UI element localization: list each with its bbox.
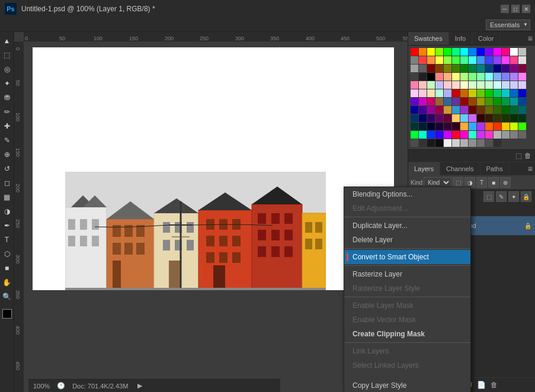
swatch-color[interactable] bbox=[460, 114, 468, 122]
swatch-color[interactable] bbox=[427, 89, 435, 97]
swatch-color[interactable] bbox=[510, 73, 518, 81]
swatch-color[interactable] bbox=[477, 89, 485, 97]
swatch-color[interactable] bbox=[452, 131, 460, 139]
swatch-color[interactable] bbox=[435, 48, 443, 56]
swatch-color[interactable] bbox=[452, 48, 460, 56]
swatch-color[interactable] bbox=[411, 89, 418, 97]
swatch-color[interactable] bbox=[494, 65, 501, 72]
swatch-color[interactable] bbox=[419, 65, 427, 72]
swatch-color[interactable] bbox=[469, 48, 476, 56]
context-menu-item[interactable]: Blending Options... bbox=[344, 187, 470, 201]
swatch-color[interactable] bbox=[419, 114, 427, 122]
swatch-color[interactable] bbox=[435, 106, 443, 114]
swatch-color[interactable] bbox=[419, 56, 427, 64]
swatch-color[interactable] bbox=[452, 123, 460, 130]
workspace-selector[interactable]: Essentials ▼ bbox=[486, 20, 530, 30]
swatch-color[interactable] bbox=[419, 123, 427, 130]
swatch-color[interactable] bbox=[477, 139, 485, 147]
swatch-color[interactable] bbox=[427, 123, 435, 130]
tab-swatches[interactable]: Swatches bbox=[408, 32, 449, 45]
swatch-color[interactable] bbox=[469, 123, 476, 130]
marquee-tool[interactable]: ⬚ bbox=[1, 49, 14, 62]
swatch-color[interactable] bbox=[510, 65, 518, 72]
swatch-color[interactable] bbox=[485, 123, 493, 130]
swatch-color[interactable] bbox=[435, 131, 443, 139]
swatch-color[interactable] bbox=[477, 131, 485, 139]
swatch-color[interactable] bbox=[485, 106, 493, 114]
path-tool[interactable]: ⬡ bbox=[1, 248, 14, 261]
swatch-color[interactable] bbox=[469, 73, 476, 81]
lock-position-btn[interactable]: ✦ bbox=[508, 191, 519, 202]
swatch-color[interactable] bbox=[444, 98, 451, 105]
swatch-color[interactable] bbox=[444, 81, 451, 89]
context-menu-item[interactable]: Delete Layer bbox=[344, 233, 470, 247]
swatch-color[interactable] bbox=[411, 65, 418, 72]
swatch-color[interactable] bbox=[510, 89, 518, 97]
swatch-color[interactable] bbox=[427, 131, 435, 139]
swatch-color[interactable] bbox=[419, 139, 427, 147]
swatch-color[interactable] bbox=[411, 73, 418, 81]
swatch-color[interactable] bbox=[411, 123, 418, 130]
context-menu-item[interactable]: Rasterize Layer bbox=[344, 267, 470, 281]
swatch-color[interactable] bbox=[510, 106, 518, 114]
swatch-color[interactable] bbox=[502, 98, 510, 105]
swatch-color[interactable] bbox=[460, 89, 468, 97]
swatch-color[interactable] bbox=[518, 73, 526, 81]
context-menu-item[interactable]: Convert to Smart Object bbox=[344, 250, 470, 264]
swatch-color[interactable] bbox=[518, 114, 526, 122]
swatch-color[interactable] bbox=[427, 114, 435, 122]
swatch-color[interactable] bbox=[452, 65, 460, 72]
swatch-color[interactable] bbox=[411, 139, 418, 147]
swatch-color[interactable] bbox=[477, 81, 485, 89]
minimize-button[interactable]: ─ bbox=[501, 5, 509, 13]
swatch-color[interactable] bbox=[460, 48, 468, 56]
swatch-color[interactable] bbox=[444, 89, 451, 97]
swatch-color[interactable] bbox=[427, 106, 435, 114]
brush-tool[interactable]: ✎ bbox=[1, 134, 14, 147]
swatch-color[interactable] bbox=[477, 65, 485, 72]
swatch-color[interactable] bbox=[502, 48, 510, 56]
swatch-color[interactable] bbox=[510, 98, 518, 105]
swatch-color[interactable] bbox=[469, 131, 476, 139]
swatch-color[interactable] bbox=[435, 65, 443, 72]
swatch-color[interactable] bbox=[444, 106, 451, 114]
swatch-color[interactable] bbox=[518, 123, 526, 130]
swatch-color[interactable] bbox=[452, 81, 460, 89]
swatch-color[interactable] bbox=[419, 98, 427, 105]
swatch-color[interactable] bbox=[427, 56, 435, 64]
swatch-color[interactable] bbox=[427, 48, 435, 56]
swatch-color[interactable] bbox=[411, 48, 418, 56]
swatch-color[interactable] bbox=[435, 114, 443, 122]
shape-tool[interactable]: ■ bbox=[1, 262, 14, 275]
swatch-color[interactable] bbox=[435, 81, 443, 89]
context-menu-item[interactable] bbox=[344, 372, 470, 378]
clone-tool[interactable]: ⊕ bbox=[1, 148, 14, 161]
swatch-color[interactable] bbox=[452, 98, 460, 105]
swatch-color[interactable] bbox=[444, 123, 451, 130]
swatch-color[interactable] bbox=[452, 73, 460, 81]
swatch-color[interactable] bbox=[477, 56, 485, 64]
swatch-color[interactable] bbox=[411, 81, 418, 89]
swatch-color[interactable] bbox=[469, 98, 476, 105]
swatch-color[interactable] bbox=[444, 65, 451, 72]
swatch-color[interactable] bbox=[460, 81, 468, 89]
swatch-color[interactable] bbox=[469, 106, 476, 114]
new-layer-btn[interactable]: 📄 bbox=[476, 380, 486, 390]
swatch-color[interactable] bbox=[510, 131, 518, 139]
swatch-color[interactable] bbox=[452, 89, 460, 97]
dodge-tool[interactable]: ◑ bbox=[1, 205, 14, 218]
swatch-color[interactable] bbox=[419, 48, 427, 56]
swatch-color[interactable] bbox=[494, 123, 501, 130]
swatch-color[interactable] bbox=[460, 65, 468, 72]
swatch-color[interactable] bbox=[460, 106, 468, 114]
delete-layer-btn[interactable]: 🗑 bbox=[489, 380, 499, 390]
foreground-color[interactable] bbox=[2, 309, 12, 319]
swatch-color[interactable] bbox=[485, 139, 493, 147]
tab-paths[interactable]: Paths bbox=[480, 162, 510, 175]
swatch-color[interactable] bbox=[411, 56, 418, 64]
swatch-color[interactable] bbox=[460, 73, 468, 81]
workspace-select[interactable]: Essentials bbox=[486, 20, 530, 30]
panel-btn-2[interactable]: 🗑 bbox=[524, 152, 531, 160]
swatch-color[interactable] bbox=[435, 56, 443, 64]
gradient-tool[interactable]: ▦ bbox=[1, 191, 14, 204]
